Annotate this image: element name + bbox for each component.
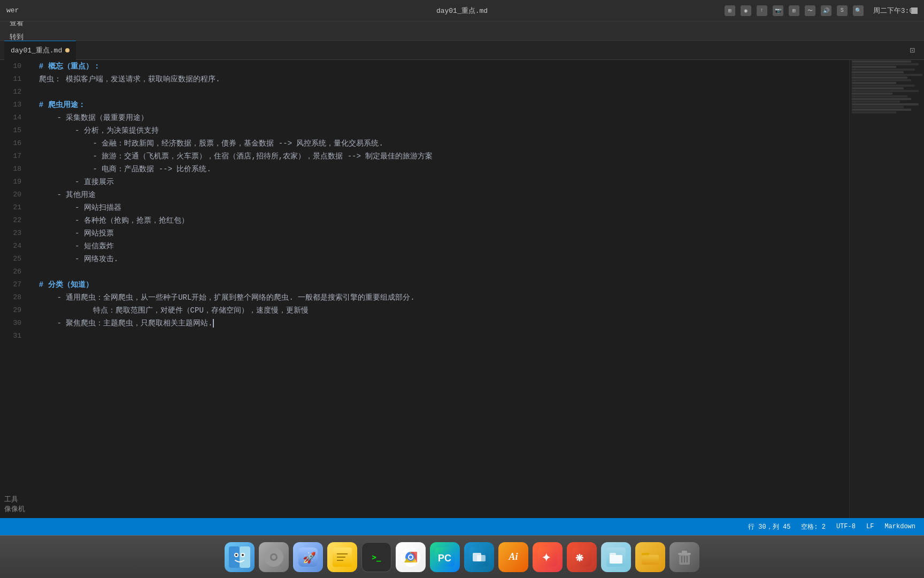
line-number-23: 23 bbox=[0, 227, 21, 240]
line-number-27: 27 bbox=[0, 278, 21, 291]
code-line-11: 爬虫： 模拟客户端，发送请求，获取响应数据的程序. bbox=[30, 73, 849, 86]
status-row-col: 行 30，列 45 bbox=[748, 522, 790, 531]
code-line-20: - 其他用途 bbox=[30, 188, 849, 201]
code-line-25: - 网络攻击. bbox=[30, 253, 849, 265]
code-text: - 通用爬虫：全网爬虫，从一些种子URL开始，扩展到整个网络的爬虫. 一般都是搜… bbox=[30, 293, 415, 302]
code-line-13: # 爬虫用途： bbox=[30, 98, 849, 111]
icon-grid[interactable]: ⊞ bbox=[725, 5, 735, 16]
line-number-11: 11 bbox=[0, 73, 21, 86]
icon-up[interactable]: ↑ bbox=[757, 5, 767, 16]
svg-rect-25 bbox=[477, 555, 486, 561]
dock-icon-ai[interactable]: Ai bbox=[498, 542, 528, 572]
code-text: - 短信轰炸 bbox=[30, 242, 114, 250]
dock-icon-settings[interactable] bbox=[259, 542, 289, 572]
dock-icon-virtualbox[interactable] bbox=[464, 542, 494, 572]
code-line-30: - 聚焦爬虫：主题爬虫，只爬取相关主题网站. bbox=[30, 317, 849, 330]
ghost-line-1: 工具 bbox=[4, 495, 38, 504]
code-line-10: # 概忘（重点）： bbox=[30, 60, 849, 73]
line-number-25: 25 bbox=[0, 253, 21, 265]
text-cursor bbox=[213, 319, 214, 328]
code-line-26 bbox=[30, 265, 849, 278]
dock-icon-pycharm[interactable]: PC bbox=[430, 542, 460, 572]
code-text: - 其他用途 bbox=[30, 191, 96, 199]
svg-text:✦: ✦ bbox=[542, 552, 551, 564]
code-line-31 bbox=[30, 330, 849, 343]
code-text: - 直接展示 bbox=[30, 178, 114, 186]
dock-icon-files[interactable] bbox=[601, 542, 631, 572]
code-text: - 网络攻击. bbox=[30, 255, 118, 263]
line-number-10: 10 bbox=[0, 60, 21, 73]
code-line-15: - 分析，为决策提供支持 bbox=[30, 124, 849, 137]
icon-vol[interactable]: 🔊 bbox=[821, 5, 831, 16]
line-number-29: 29 bbox=[0, 304, 21, 317]
dock-icon-finder[interactable] bbox=[225, 542, 255, 572]
line-number-31: 31 bbox=[0, 330, 21, 343]
dock-icon-chrome[interactable] bbox=[396, 542, 426, 572]
dock-icon-spark[interactable]: ✦ bbox=[533, 542, 563, 572]
line-number-26: 26 bbox=[0, 265, 21, 278]
code-text: - 各种抢（抢购，抢票，抢红包） bbox=[30, 216, 189, 225]
tab-modified-indicator bbox=[65, 48, 70, 52]
svg-rect-35 bbox=[642, 555, 659, 565]
status-line-ending: LF bbox=[866, 523, 874, 530]
code-text: - 分析，为决策提供支持 bbox=[30, 126, 159, 135]
icon-s[interactable]: S bbox=[837, 5, 848, 16]
line-number-24: 24 bbox=[0, 240, 21, 253]
dock-icon-notes[interactable] bbox=[327, 542, 357, 572]
svg-text:🚀: 🚀 bbox=[303, 551, 316, 564]
icon-wave[interactable]: 〜 bbox=[805, 5, 815, 16]
code-line-22: - 各种抢（抢购，抢票，抢红包） bbox=[30, 214, 849, 227]
title-bar-right: ⊞ ◉ ↑ 📷 ⊞ 〜 🔊 S 🔍 周二下午3:01 bbox=[725, 5, 918, 16]
code-content[interactable]: # 概忘（重点）： 爬虫： 模拟客户端，发送请求，获取响应数据的程序. # 爬虫… bbox=[26, 60, 849, 518]
line-number-16: 16 bbox=[0, 137, 21, 150]
code-line-27: # 分类（知道） bbox=[30, 278, 849, 291]
line-number-13: 13 bbox=[0, 98, 21, 111]
icon-cam[interactable]: 📷 bbox=[773, 5, 783, 16]
svg-point-5 bbox=[235, 554, 237, 556]
svg-point-6 bbox=[242, 554, 244, 556]
svg-point-9 bbox=[272, 555, 276, 559]
icon-grid2[interactable]: ⊞ bbox=[789, 5, 799, 16]
line-number-19: 19 bbox=[0, 176, 21, 188]
line-number-21: 21 bbox=[0, 201, 21, 214]
dock-icon-terminal[interactable]: >_ bbox=[361, 542, 391, 572]
tab-bar: day01_重点.md ⊡ bbox=[0, 41, 924, 60]
file-title: day01_重点.md bbox=[436, 6, 488, 16]
title-bar: wer day01_重点.md ⊞ ◉ ↑ 📷 ⊞ 〜 🔊 S 🔍 周二下午3:… bbox=[0, 0, 924, 21]
dock-icon-folder[interactable] bbox=[635, 542, 665, 572]
code-line-29: 特点：爬取范围广，对硬件（CPU，存储空间），速度慢，更新慢 bbox=[30, 304, 849, 317]
line-number-30: 30 bbox=[0, 317, 21, 330]
dock: 🚀 >_ PC bbox=[0, 535, 924, 578]
icon-circle[interactable]: ◉ bbox=[741, 5, 751, 16]
status-encoding: UTF-8 bbox=[836, 523, 856, 530]
line-number-18: 18 bbox=[0, 163, 21, 176]
line-numbers: 1011121314151617181920212223242526272829… bbox=[0, 60, 26, 518]
tab-file[interactable]: day01_重点.md bbox=[4, 41, 76, 60]
svg-rect-32 bbox=[610, 553, 616, 556]
code-text: - 网站投票 bbox=[30, 229, 114, 238]
line-number-12: 12 bbox=[0, 86, 21, 98]
code-text: # bbox=[30, 62, 48, 71]
code-text: # bbox=[30, 280, 48, 289]
code-line-24: - 短信轰炸 bbox=[30, 240, 849, 253]
icon-search[interactable]: 🔍 bbox=[853, 5, 864, 16]
svg-rect-38 bbox=[682, 551, 687, 553]
minimap bbox=[849, 60, 924, 518]
minimize-button[interactable] bbox=[911, 7, 918, 14]
split-editor-button[interactable]: ⊡ bbox=[905, 43, 920, 58]
tab-filename: day01_重点.md bbox=[11, 45, 62, 55]
code-line-19: - 直接展示 bbox=[30, 176, 849, 188]
dock-icon-trash[interactable] bbox=[669, 542, 699, 572]
dock-icon-rocket[interactable]: 🚀 bbox=[293, 542, 323, 572]
status-space: 空格: 2 bbox=[801, 522, 826, 531]
code-line-12 bbox=[30, 86, 849, 98]
dock-icon-git[interactable]: ❋ bbox=[567, 542, 597, 572]
line-number-20: 20 bbox=[0, 188, 21, 201]
line-number-14: 14 bbox=[0, 111, 21, 124]
code-line-17: - 旅游：交通（飞机票，火车票），住宿（酒店,招待所,农家），景点数据 --> … bbox=[30, 150, 849, 163]
code-text: 爬虫： 模拟客户端，发送请求，获取响应数据的程序. bbox=[30, 75, 220, 83]
code-text: - 网站扫描器 bbox=[30, 203, 121, 212]
code-text: - 聚焦爬虫：主题爬虫，只爬取相关主题网站. bbox=[30, 319, 213, 328]
code-text: 概忘（重点）： bbox=[48, 62, 101, 71]
svg-rect-31 bbox=[610, 555, 622, 564]
